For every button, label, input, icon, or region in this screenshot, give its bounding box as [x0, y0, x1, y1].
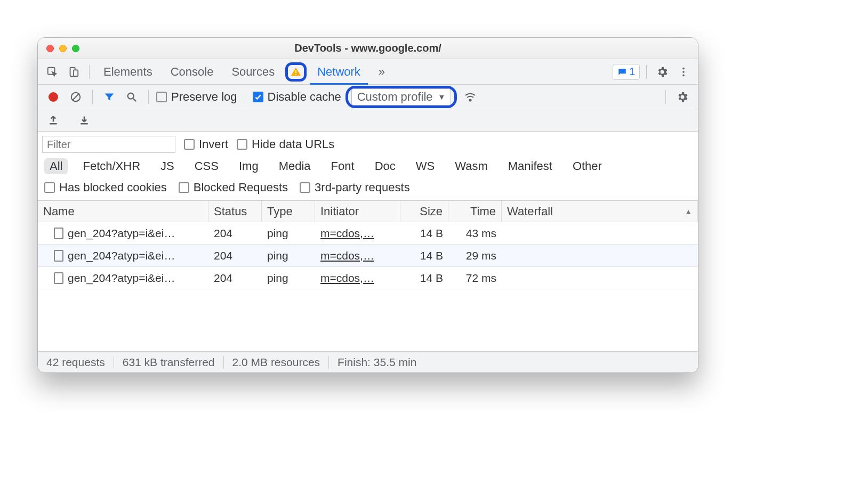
type-chip-all[interactable]: All: [44, 158, 68, 174]
type-chip-other[interactable]: Other: [567, 158, 607, 174]
footer-resources: 2.0 MB resources: [224, 356, 329, 369]
row-waterfall: [502, 245, 698, 266]
row-status: 204: [208, 267, 262, 289]
type-chip-media[interactable]: Media: [274, 158, 316, 174]
issues-button[interactable]: 1: [613, 64, 640, 80]
svg-rect-13: [50, 123, 57, 125]
import-har-icon[interactable]: [44, 111, 62, 129]
svg-rect-4: [295, 74, 296, 75]
col-type[interactable]: Type: [262, 201, 315, 222]
type-chip-fetch-xhr[interactable]: Fetch/XHR: [77, 158, 146, 174]
row-waterfall: [502, 267, 698, 289]
document-icon: [54, 250, 63, 262]
filter-toggle-icon[interactable]: [100, 88, 118, 106]
svg-point-7: [682, 74, 685, 76]
svg-point-12: [470, 99, 471, 101]
type-chip-css[interactable]: CSS: [189, 158, 224, 174]
devtools-window: DevTools - www.google.com/ Elements Cons…: [37, 37, 698, 373]
type-chip-wasm[interactable]: Wasm: [449, 158, 493, 174]
issues-count: 1: [629, 66, 635, 78]
row-name: gen_204?atyp=i&ei…: [68, 272, 175, 285]
type-chip-js[interactable]: JS: [155, 158, 180, 174]
requests-table: Name Status Type Initiator Size Time Wat…: [38, 200, 698, 351]
row-initiator[interactable]: m=cdos,…: [320, 249, 374, 262]
tab-console[interactable]: Console: [163, 59, 221, 84]
row-time: 72 ms: [448, 267, 502, 289]
col-waterfall[interactable]: Waterfall▲: [502, 201, 698, 222]
device-toggle-icon[interactable]: [65, 63, 83, 81]
type-chip-ws[interactable]: WS: [411, 158, 440, 174]
chevron-down-icon: ▼: [438, 93, 446, 101]
row-time: 29 ms: [448, 245, 502, 266]
network-toolbar: Preserve log Disable cache Custom profil…: [38, 85, 698, 109]
invert-checkbox[interactable]: Invert: [184, 137, 228, 151]
row-status: 204: [208, 245, 262, 266]
filter-bar: Invert Hide data URLs AllFetch/XHRJSCSSI…: [38, 132, 698, 200]
preserve-log-checkbox[interactable]: Preserve log: [156, 90, 237, 104]
has-blocked-cookies-checkbox[interactable]: Has blocked cookies: [44, 181, 167, 194]
row-type: ping: [262, 267, 315, 289]
tab-network[interactable]: Network: [310, 59, 368, 84]
hide-data-urls-checkbox[interactable]: Hide data URLs: [237, 137, 334, 151]
type-chip-doc[interactable]: Doc: [369, 158, 401, 174]
row-type: ping: [262, 222, 315, 244]
tab-sources[interactable]: Sources: [224, 59, 282, 84]
col-status[interactable]: Status: [208, 201, 262, 222]
blocked-requests-checkbox[interactable]: Blocked Requests: [179, 181, 288, 194]
svg-line-9: [73, 93, 79, 100]
table-row[interactable]: gen_204?atyp=i&ei…204pingm=cdos,…14 B43 …: [38, 222, 698, 245]
row-size: 14 B: [400, 267, 448, 289]
row-status: 204: [208, 222, 262, 244]
svg-line-11: [133, 98, 136, 101]
status-bar: 42 requests 631 kB transferred 2.0 MB re…: [38, 351, 698, 372]
warning-icon[interactable]: [290, 66, 302, 78]
kebab-menu-icon[interactable]: [674, 63, 693, 81]
main-tabbar: Elements Console Sources Network » 1: [38, 59, 698, 85]
search-icon[interactable]: [123, 88, 141, 106]
table-row[interactable]: gen_204?atyp=i&ei…204pingm=cdos,…14 B72 …: [38, 267, 698, 289]
row-initiator[interactable]: m=cdos,…: [320, 227, 374, 240]
titlebar: DevTools - www.google.com/: [38, 38, 698, 59]
type-chip-img[interactable]: Img: [234, 158, 264, 174]
record-button[interactable]: [44, 88, 62, 106]
network-settings-icon[interactable]: [673, 88, 692, 106]
filter-input[interactable]: [42, 136, 175, 153]
svg-point-10: [128, 93, 134, 99]
tab-elements[interactable]: Elements: [96, 59, 160, 84]
col-name[interactable]: Name: [38, 201, 208, 222]
disable-cache-label: Disable cache: [268, 90, 341, 104]
col-time[interactable]: Time: [448, 201, 502, 222]
document-icon: [54, 272, 63, 284]
col-size[interactable]: Size: [400, 201, 448, 222]
row-waterfall: [502, 222, 698, 244]
preserve-log-label: Preserve log: [171, 90, 237, 104]
svg-rect-2: [74, 70, 78, 76]
disable-cache-checkbox[interactable]: Disable cache: [253, 90, 341, 104]
col-initiator[interactable]: Initiator: [315, 201, 400, 222]
row-initiator[interactable]: m=cdos,…: [320, 272, 374, 285]
type-chip-font[interactable]: Font: [326, 158, 360, 174]
throttle-highlight: Custom profile ▼: [345, 86, 457, 108]
settings-icon[interactable]: [653, 63, 671, 81]
network-conditions-icon[interactable]: [461, 88, 479, 106]
export-har-icon[interactable]: [75, 111, 93, 129]
tab-more[interactable]: »: [371, 59, 392, 84]
row-size: 14 B: [400, 222, 448, 244]
footer-requests: 42 requests: [38, 356, 114, 369]
svg-point-6: [682, 71, 685, 73]
window-title: DevTools - www.google.com/: [38, 42, 698, 54]
footer-finish: Finish: 35.5 min: [329, 356, 425, 369]
row-name: gen_204?atyp=i&ei…: [68, 227, 175, 240]
svg-point-5: [682, 67, 685, 69]
svg-rect-3: [295, 70, 296, 73]
table-row[interactable]: gen_204?atyp=i&ei…204pingm=cdos,…14 B29 …: [38, 245, 698, 267]
throttling-select[interactable]: Custom profile ▼: [351, 88, 452, 106]
type-filter-chips: AllFetch/XHRJSCSSImgMediaFontDocWSWasmMa…: [42, 155, 694, 177]
inspect-icon[interactable]: [43, 63, 61, 81]
clear-button[interactable]: [67, 88, 85, 106]
type-chip-manifest[interactable]: Manifest: [503, 158, 558, 174]
third-party-checkbox[interactable]: 3rd-party requests: [300, 181, 410, 194]
document-icon: [54, 228, 63, 239]
row-name: gen_204?atyp=i&ei…: [68, 249, 175, 262]
sort-asc-icon: ▲: [685, 207, 692, 216]
